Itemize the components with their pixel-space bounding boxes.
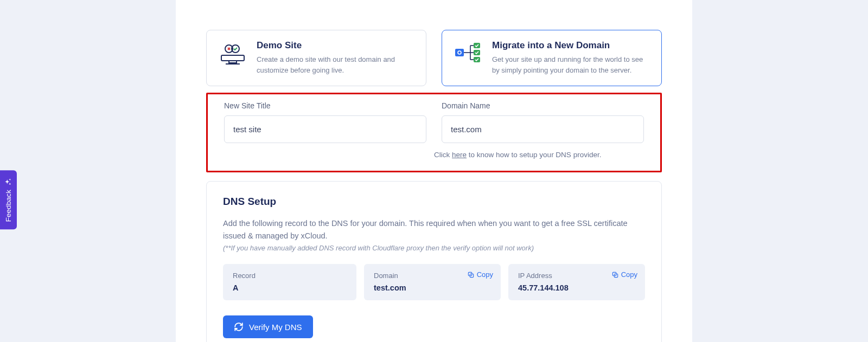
domain-box-value: test.com xyxy=(374,283,406,292)
dns-description: Add the following record to the DNS for … xyxy=(223,217,645,242)
dns-boxes-row: Record A Copy Domain test.com Copy xyxy=(223,264,645,300)
dns-heading: DNS Setup xyxy=(223,196,645,208)
record-label: Record xyxy=(233,272,347,280)
demo-card-title: Demo Site xyxy=(257,40,414,51)
copy-domain-button[interactable]: Copy xyxy=(467,270,493,279)
domain-name-label: Domain Name xyxy=(442,101,490,110)
copy-domain-label: Copy xyxy=(477,270,493,279)
copy-icon xyxy=(467,271,475,279)
site-title-group: New Site Title xyxy=(224,101,426,143)
migrate-card-desc: Get your site up and running for the wor… xyxy=(492,54,649,76)
migrate-card-text: Migrate into a New Domain Get your site … xyxy=(492,40,649,76)
dns-note: (**If you have manually added DNS record… xyxy=(223,244,645,252)
helper-pre: Click xyxy=(434,151,452,159)
domain-name-input[interactable] xyxy=(442,115,644,143)
helper-post: to know how to setup your DNS provider. xyxy=(467,151,601,159)
migrate-domain-icon xyxy=(454,40,482,65)
migrate-domain-card[interactable]: Migrate into a New Domain Get your site … xyxy=(442,30,662,86)
record-value: A xyxy=(233,283,238,292)
demo-card-text: Demo Site Create a demo site with our te… xyxy=(257,40,414,76)
migrate-card-title: Migrate into a New Domain xyxy=(492,40,649,51)
verify-dns-button[interactable]: Verify My DNS xyxy=(223,315,313,338)
svg-rect-5 xyxy=(455,49,464,56)
svg-rect-0 xyxy=(221,55,244,61)
feedback-tab[interactable]: Feedback xyxy=(0,170,17,229)
domain-name-group: Domain Name xyxy=(442,101,644,143)
demo-site-icon xyxy=(219,40,247,65)
dns-record-box: Record A xyxy=(223,264,356,300)
dns-setup-card: DNS Setup Add the following record to th… xyxy=(206,181,662,342)
demo-card-desc: Create a demo site with our test domain … xyxy=(257,54,414,76)
site-title-label: New Site Title xyxy=(224,101,271,110)
copy-icon xyxy=(611,271,619,279)
dns-helper-text: Click here to know how to setup your DNS… xyxy=(434,151,644,159)
svg-rect-1 xyxy=(229,61,237,63)
site-title-input[interactable] xyxy=(224,115,426,143)
main-panel: Demo Site Create a demo site with our te… xyxy=(176,0,692,342)
dns-help-link[interactable]: here xyxy=(452,151,467,159)
form-highlight-box: New Site Title Domain Name Click here to… xyxy=(206,93,662,172)
option-cards-row: Demo Site Create a demo site with our te… xyxy=(206,30,662,86)
demo-site-card[interactable]: Demo Site Create a demo site with our te… xyxy=(206,30,426,86)
copy-ip-label: Copy xyxy=(621,270,637,279)
dns-ip-box: Copy IP Address 45.77.144.108 xyxy=(508,264,645,300)
verify-btn-label: Verify My DNS xyxy=(249,322,302,332)
feedback-label: Feedback xyxy=(4,190,12,222)
sparkle-icon xyxy=(5,178,12,185)
refresh-icon xyxy=(234,322,244,332)
dns-domain-box: Copy Domain test.com xyxy=(364,264,501,300)
ip-box-value: 45.77.144.108 xyxy=(518,283,569,292)
copy-ip-button[interactable]: Copy xyxy=(611,270,637,279)
